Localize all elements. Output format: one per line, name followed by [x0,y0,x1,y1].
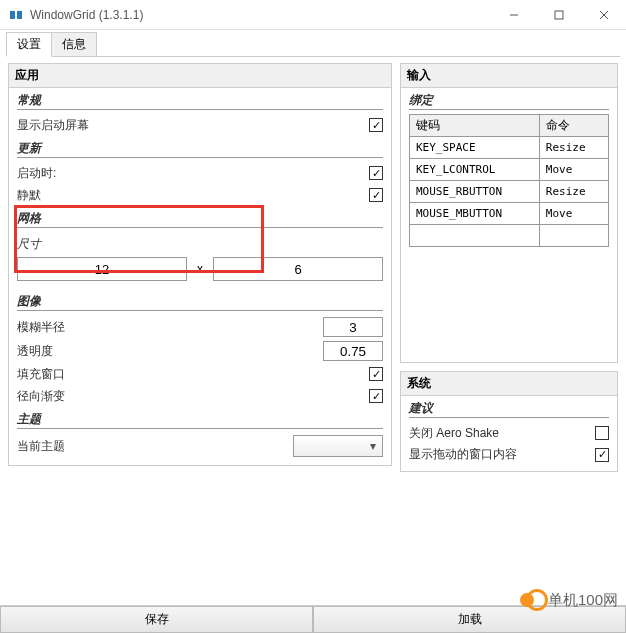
close-button[interactable] [581,0,626,30]
current-theme-label: 当前主题 [17,438,293,455]
blur-label: 模糊半径 [17,319,323,336]
titlebar: WindowGrid (1.3.1.1) [0,0,626,30]
image-label: 图像 [9,289,391,310]
theme-dropdown[interactable]: ▾ [293,435,383,457]
grid-rows-input[interactable] [213,257,383,281]
app-panel-header: 应用 [9,64,391,88]
table-row[interactable] [410,225,609,247]
general-label: 常规 [9,88,391,109]
table-row[interactable]: KEY_LCONTROLMove [410,159,609,181]
system-panel-header: 系统 [401,372,617,396]
fill-label: 填充窗口 [17,366,369,383]
grid-cols-input[interactable] [17,257,187,281]
table-row[interactable]: MOUSE_RBUTTONResize [410,181,609,203]
chevron-down-icon: ▾ [364,439,382,453]
theme-label: 主题 [9,407,391,428]
size-label: 尺寸 [9,232,391,253]
advice-label: 建议 [401,396,617,417]
system-panel: 系统 建议 关闭 Aero Shake 显示拖动的窗口内容 [400,371,618,472]
tab-info[interactable]: 信息 [51,32,97,57]
cmd-cell: Move [539,203,608,225]
bindings-label: 绑定 [401,88,617,109]
tab-settings[interactable]: 设置 [6,32,52,57]
key-cell: MOUSE_RBUTTON [410,181,540,203]
radial-label: 径向渐变 [17,388,369,405]
input-panel: 输入 绑定 键码 命令 KEY_SPACEResizeKEY_LCONTROLM… [400,63,618,363]
update-label: 更新 [9,136,391,157]
svg-rect-0 [10,11,15,19]
svg-rect-3 [555,11,563,19]
app-panel: 应用 常规 显示启动屏幕 更新 启动时: 静默 网格 尺寸 x [8,63,392,466]
tab-strip: 设置 信息 [0,30,626,57]
aero-checkbox[interactable] [595,426,609,440]
key-cell: KEY_LCONTROL [410,159,540,181]
key-cell: MOUSE_MBUTTON [410,203,540,225]
blur-input[interactable] [323,317,383,337]
cmd-cell: Resize [539,181,608,203]
x-separator: x [195,262,205,276]
col-cmd: 命令 [539,115,608,137]
silent-label: 静默 [17,187,369,204]
show-startup-checkbox[interactable] [369,118,383,132]
opacity-label: 透明度 [17,343,323,360]
table-row[interactable]: KEY_SPACEResize [410,137,609,159]
key-cell [410,225,540,247]
cmd-cell: Resize [539,137,608,159]
cmd-cell [539,225,608,247]
silent-checkbox[interactable] [369,188,383,202]
col-key: 键码 [410,115,540,137]
svg-rect-1 [17,11,22,19]
table-row[interactable]: MOUSE_MBUTTONMove [410,203,609,225]
save-button[interactable]: 保存 [0,606,313,633]
footer: 保存 加载 [0,605,626,633]
drag-contents-checkbox[interactable] [595,448,609,462]
minimize-button[interactable] [491,0,536,30]
key-cell: KEY_SPACE [410,137,540,159]
radial-checkbox[interactable] [369,389,383,403]
window-title: WindowGrid (1.3.1.1) [30,8,491,22]
start-update-label: 启动时: [17,165,369,182]
input-panel-header: 输入 [401,64,617,88]
grid-label: 网格 [9,206,391,227]
drag-contents-label: 显示拖动的窗口内容 [409,446,595,463]
aero-label: 关闭 Aero Shake [409,425,595,442]
load-button[interactable]: 加载 [313,606,626,633]
fill-checkbox[interactable] [369,367,383,381]
start-update-checkbox[interactable] [369,166,383,180]
bindings-table[interactable]: 键码 命令 KEY_SPACEResizeKEY_LCONTROLMoveMOU… [409,114,609,247]
maximize-button[interactable] [536,0,581,30]
show-startup-label: 显示启动屏幕 [17,117,369,134]
cmd-cell: Move [539,159,608,181]
app-icon [8,7,24,23]
opacity-input[interactable] [323,341,383,361]
